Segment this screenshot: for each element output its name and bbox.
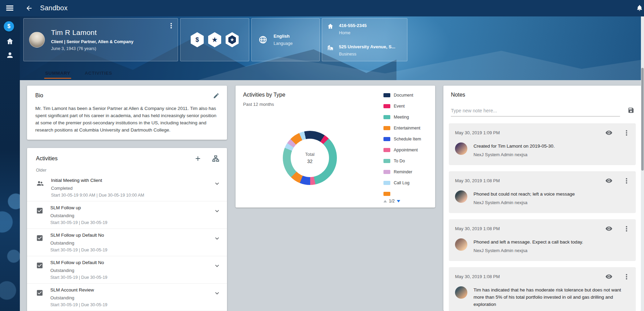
legend-swatch	[383, 170, 390, 174]
activity-dates: Start 30-05-19 | Due 30-05-19	[50, 302, 213, 307]
activity-status: Completed	[51, 186, 213, 191]
contact-birthdate: June 3, 1943 (76 years)	[51, 46, 134, 51]
legend-item: Document	[383, 90, 435, 101]
chart-title: Activities by Type	[243, 92, 285, 98]
chevron-down-icon[interactable]	[213, 289, 221, 307]
view-note-icon[interactable]	[605, 225, 613, 232]
note-author: NexJ System Admin nexjsa	[473, 247, 583, 254]
task-icon	[36, 207, 43, 225]
legend-label: Reminder	[394, 170, 412, 174]
scrollbar-thumb[interactable]	[641, 68, 644, 171]
notes-title: Notes	[451, 92, 465, 98]
activities-by-type-card: Activities by Type Past 12 months Total …	[236, 86, 435, 208]
legend-item-partial	[383, 188, 435, 199]
activity-title: SLM Follow up Default No	[50, 260, 213, 265]
legend-page-up-icon[interactable]	[383, 200, 387, 202]
tab-summary[interactable]: SUMMARY	[45, 66, 70, 80]
dollar-badge-icon[interactable]: $	[191, 32, 204, 47]
address-value: 525 University Avenue, S...	[339, 44, 395, 49]
bio-text: Mr. Tim Lamont has been a Senior Partner…	[35, 105, 219, 134]
menu-icon[interactable]	[6, 5, 13, 11]
page-title: Sandbox	[40, 4, 67, 12]
profile-tabs: SUMMARY ACTIVITIES	[45, 66, 112, 80]
legend-item: Schedule Item	[383, 134, 435, 145]
bio-title: Bio	[35, 92, 219, 99]
donut-total-value: 32	[307, 159, 313, 164]
legend-swatch	[383, 181, 390, 185]
legend-item: Entertainment	[383, 123, 435, 134]
note-menu-icon[interactable]	[623, 130, 630, 136]
activity-row[interactable]: SLM Follow up Default No Outstanding Sta…	[27, 256, 227, 284]
home-icon	[327, 23, 334, 30]
note-entry: May 30, 2019 1:08 PM Phoned but could no…	[449, 171, 636, 213]
language-value: English	[274, 34, 293, 39]
note-menu-icon[interactable]	[623, 274, 630, 280]
note-timestamp: May 30, 2019 1:08 PM	[455, 178, 605, 183]
edit-bio-icon[interactable]	[213, 92, 219, 99]
activity-row[interactable]: Initial Meeting with Client Completed St…	[27, 174, 227, 201]
legend-swatch	[383, 126, 390, 130]
note-author-avatar	[455, 190, 467, 203]
sidebar-item-home[interactable]	[6, 37, 14, 46]
legend-label: Event	[394, 104, 405, 109]
add-activity-icon[interactable]	[194, 155, 202, 162]
sidebar-item-contacts[interactable]	[6, 51, 14, 59]
activity-title: SLM Follow up Default No	[50, 233, 213, 238]
back-button[interactable]	[25, 4, 33, 12]
save-note-icon[interactable]	[628, 107, 634, 114]
view-note-icon[interactable]	[605, 177, 613, 184]
people-icon	[36, 179, 44, 198]
note-timestamp: May 30, 2019 1:09 PM	[455, 130, 605, 135]
legend-swatch	[383, 192, 390, 196]
legend-label: Meeting	[394, 115, 409, 120]
activity-title: SLM Account Review	[50, 287, 213, 293]
chevron-down-icon[interactable]	[213, 235, 221, 252]
chevron-down-icon[interactable]	[213, 262, 221, 280]
notes-card: Notes May 30, 2019 1:09 PM Created for T…	[443, 86, 641, 311]
chevron-down-icon[interactable]	[213, 207, 221, 225]
new-note-input[interactable]	[451, 105, 620, 116]
legend-item: Reminder	[383, 166, 435, 177]
chevron-down-icon[interactable]	[213, 180, 221, 198]
view-note-icon[interactable]	[605, 273, 613, 280]
activity-dates: Start 30-05-19 9:00 AM | Due 30-05-19 10…	[51, 193, 213, 198]
legend-page-down-icon[interactable]	[397, 200, 400, 202]
app-bar: Sandbox	[0, 0, 644, 16]
legend-swatch	[383, 104, 390, 108]
activity-hierarchy-icon[interactable]	[212, 155, 219, 162]
star-badge-icon[interactable]: ★	[208, 32, 221, 47]
note-menu-icon[interactable]	[623, 226, 630, 232]
sidebar-item-finance[interactable]: $	[4, 21, 14, 32]
note-text: Created for Tim Lamont on 2019-05-30.	[473, 142, 555, 150]
activity-row[interactable]: SLM Follow up Default No Outstanding Sta…	[27, 229, 227, 256]
legend-swatch	[383, 148, 390, 152]
note-timestamp: May 30, 2019 1:08 PM	[455, 274, 605, 279]
view-note-icon[interactable]	[605, 129, 613, 136]
profile-menu-icon[interactable]	[168, 23, 174, 29]
activity-row[interactable]: SLM Follow up Outstanding Start 30-05-19…	[27, 201, 227, 229]
legend-item: Call Log	[383, 177, 435, 188]
note-entry: May 30, 2019 1:09 PM Created for Tim Lam…	[449, 123, 636, 165]
activity-title: Initial Meeting with Client	[51, 178, 213, 183]
legend-swatch	[383, 93, 390, 97]
contact-name: Tim R Lamont	[51, 28, 134, 37]
tab-activities[interactable]: ACTIVITIES	[85, 66, 112, 80]
legend-label: To Do	[394, 159, 405, 163]
hex-star-badge-icon[interactable]: ★	[226, 32, 239, 47]
activity-row[interactable]: SLM Account Review Outstanding Start 30-…	[27, 284, 227, 311]
legend-item: Event	[383, 101, 435, 112]
note-menu-icon[interactable]	[623, 178, 630, 184]
activity-status: Outstanding	[50, 213, 213, 218]
legend-item: Meeting	[383, 112, 435, 123]
activity-title: SLM Follow up	[50, 205, 213, 210]
note-author: NexJ System Admin nexjsa	[473, 151, 555, 158]
legend-label: Schedule Item	[394, 137, 421, 141]
activities-group-label: Older	[27, 164, 227, 174]
phone-label: Home	[339, 30, 367, 35]
notifications-bell-icon[interactable]	[636, 4, 643, 12]
contact-info-card: 416-555-2345 Home 525 University Avenue,…	[322, 18, 407, 61]
note-entry: May 30, 2019 1:08 PM Tim has indicated t…	[449, 267, 636, 311]
activity-status: Outstanding	[50, 295, 213, 300]
legend-swatch	[383, 137, 390, 141]
note-author-avatar	[455, 238, 467, 251]
